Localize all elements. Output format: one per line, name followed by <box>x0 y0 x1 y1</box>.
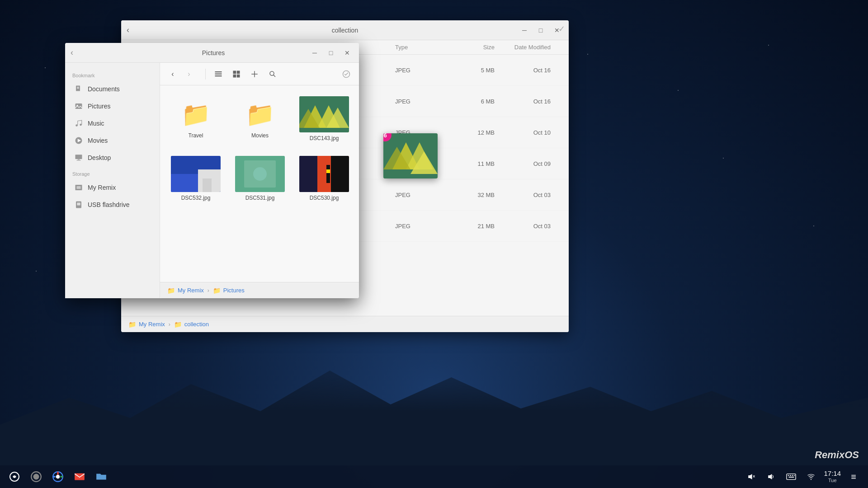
collection-breadcrumb-current[interactable]: 📁 collection <box>174 321 209 328</box>
file-date: Oct 03 <box>495 223 558 230</box>
svg-point-58 <box>33 474 39 480</box>
nav-back-button[interactable]: ‹ <box>165 67 180 81</box>
sidebar-item-movies[interactable]: Movies <box>67 132 158 149</box>
volume-mute-icon[interactable] <box>744 469 759 484</box>
file-type: JPEG <box>395 192 449 198</box>
grid-view-button[interactable] <box>229 67 244 81</box>
svg-rect-12 <box>77 87 79 88</box>
pictures-breadcrumb-folder[interactable]: 📁 My Remix <box>167 287 204 294</box>
nav-forward-button[interactable]: › <box>182 67 196 81</box>
keyboard-icon[interactable] <box>784 469 798 484</box>
collection-breadcrumb-folder-name: My Remix <box>139 321 165 328</box>
collection-back-button[interactable]: ‹ <box>127 25 129 35</box>
search-button[interactable] <box>265 67 280 81</box>
file-date: Oct 16 <box>495 67 558 74</box>
bookmark-section-label: Bookmark <box>65 68 160 80</box>
wifi-icon[interactable] <box>804 469 818 484</box>
volume-icon[interactable] <box>764 469 778 484</box>
dsc143-label: DSC143.jpg <box>310 135 339 141</box>
file-size: 6 MB <box>449 98 495 105</box>
preview-image <box>383 133 438 178</box>
svg-rect-13 <box>77 88 79 89</box>
col-date-header: Date Modified <box>495 44 558 51</box>
travel-folder-label: Travel <box>189 132 203 139</box>
file-type: JPEG <box>395 223 449 230</box>
svg-rect-61 <box>75 473 85 480</box>
svg-rect-14 <box>75 103 82 109</box>
remixos-logo: RemixOS <box>815 449 859 461</box>
pictures-minimize-button[interactable]: ─ <box>308 47 321 59</box>
travel-folder-icon: 📁 <box>171 96 221 132</box>
file-date: Oct 09 <box>495 160 558 167</box>
dsc531-thumbnail <box>235 156 285 192</box>
sidebar-item-pictures-label: Pictures <box>88 103 111 110</box>
sidebar-item-pictures[interactable]: Pictures <box>67 98 158 114</box>
svg-rect-31 <box>237 70 240 74</box>
pictures-toolbar: ‹ › <box>160 63 359 85</box>
dsc530-thumbnail <box>299 156 349 192</box>
folder-icon-breadcrumb: 📁 <box>128 321 136 328</box>
file-date: Oct 03 <box>495 192 558 198</box>
dsc530-label: DSC530.jpg <box>310 195 339 201</box>
taskbar: 17:14 Tue ≡ <box>0 465 868 488</box>
folder-taskbar-icon[interactable] <box>94 469 108 484</box>
svg-rect-68 <box>790 475 792 476</box>
pictures-breadcrumb: 📁 My Remix › 📁 Pictures <box>160 282 359 298</box>
taskbar-time: 17:14 Tue <box>824 469 841 483</box>
file-size: 5 MB <box>449 67 495 74</box>
sidebar: Bookmark Documents Pictures Music <box>65 63 160 298</box>
collection-titlebar: ‹ collection ─ □ ✕ <box>121 20 569 40</box>
svg-marker-65 <box>769 474 772 479</box>
pictures-window-controls: ─ □ ✕ <box>308 47 354 59</box>
grid-item-dsc532[interactable]: DSC532.jpg <box>167 152 224 205</box>
chrome-taskbar-icon[interactable] <box>51 469 65 484</box>
sidebar-item-documents[interactable]: Documents <box>67 81 158 97</box>
add-button[interactable] <box>247 67 262 81</box>
col-size-header: Size <box>449 44 495 51</box>
sidebar-item-usb[interactable]: USB flashdrive <box>67 197 158 213</box>
toolbar-nav: ‹ › <box>165 67 196 81</box>
grid-item-movies[interactable]: 📁 Movies <box>231 93 288 145</box>
pictures-breadcrumb-current-icon: 📁 <box>213 287 221 294</box>
svg-rect-33 <box>237 74 240 77</box>
desktop-icon <box>74 153 83 162</box>
pictures-breadcrumb-current[interactable]: 📁 Pictures <box>213 287 245 294</box>
pictures-close-button[interactable]: ✕ <box>341 47 354 59</box>
svg-rect-45 <box>171 174 198 192</box>
main-area: ‹ › <box>160 63 359 298</box>
collection-window-controls: ─ □ ✕ <box>518 24 563 37</box>
sidebar-item-music[interactable]: Music <box>67 115 158 131</box>
pictures-maximize-button[interactable]: □ <box>325 47 337 59</box>
svg-point-60 <box>56 475 60 479</box>
gmail-taskbar-icon[interactable] <box>72 469 87 484</box>
file-type: JPEG <box>395 67 449 74</box>
collection-breadcrumb-current-name: collection <box>184 321 209 328</box>
clock-day: Tue <box>824 478 841 483</box>
svg-rect-32 <box>233 74 236 77</box>
svg-rect-55 <box>299 156 317 192</box>
grid-item-dsc143[interactable]: DSC143.jpg <box>296 93 353 145</box>
svg-rect-70 <box>794 475 795 476</box>
dsc532-thumbnail <box>171 156 221 192</box>
de-taskbar-icon[interactable] <box>7 469 22 484</box>
svg-rect-28 <box>215 73 222 74</box>
dsc532-label: DSC532.jpg <box>181 195 211 201</box>
svg-rect-35 <box>251 74 258 75</box>
collection-breadcrumb-folder[interactable]: 📁 My Remix <box>128 321 165 328</box>
list-view-button[interactable] <box>211 67 226 81</box>
sidebar-item-desktop-label: Desktop <box>88 154 111 161</box>
collection-minimize-button[interactable]: ─ <box>518 24 531 37</box>
check-button[interactable] <box>339 67 354 81</box>
taskbar-left <box>7 469 108 484</box>
sidebar-item-my-remix[interactable]: My Remix <box>67 179 158 196</box>
menu-icon[interactable]: ≡ <box>846 469 861 484</box>
circle-taskbar-icon[interactable] <box>29 469 43 484</box>
grid-item-dsc531[interactable]: DSC531.jpg <box>231 152 288 205</box>
grid-item-travel[interactable]: 📁 Travel <box>167 93 224 145</box>
documents-icon <box>74 84 83 94</box>
collection-maximize-button[interactable]: □ <box>534 24 547 37</box>
svg-rect-27 <box>215 71 222 72</box>
grid-item-dsc530[interactable]: DSC530.jpg <box>296 152 353 205</box>
sidebar-item-desktop[interactable]: Desktop <box>67 150 158 166</box>
svg-rect-22 <box>77 160 81 160</box>
